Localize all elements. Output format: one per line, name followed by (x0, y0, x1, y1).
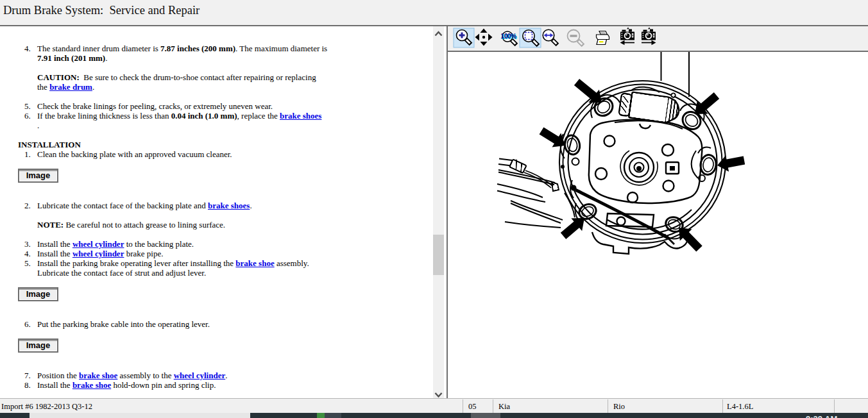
svg-text:100%: 100% (501, 33, 516, 40)
